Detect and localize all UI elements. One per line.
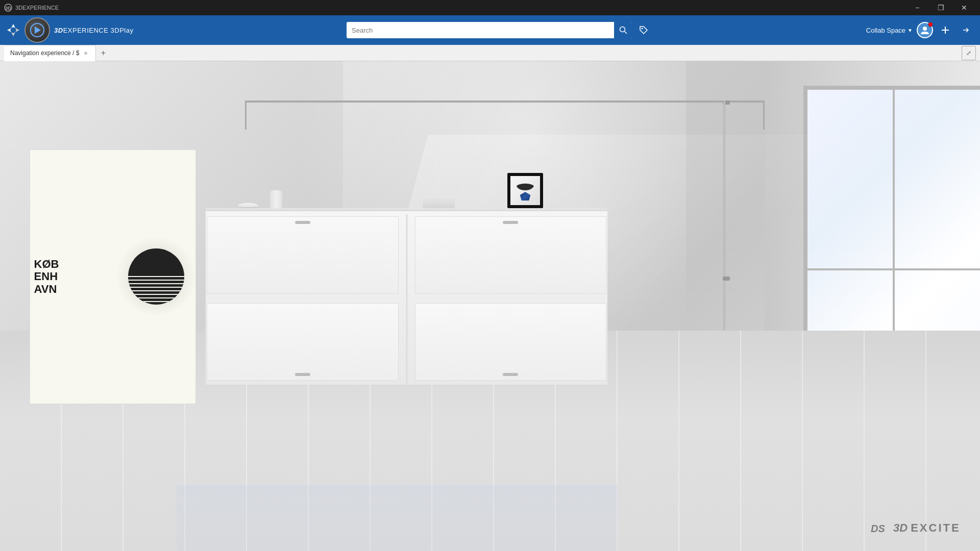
app-icon[interactable] (24, 17, 50, 43)
svg-point-5 (923, 27, 927, 31)
search-area (138, 22, 861, 38)
tab-label: Navigation experience / $ (10, 49, 79, 57)
svg-text:3D: 3D (5, 6, 11, 11)
expand-button[interactable]: ⤢ (962, 46, 976, 60)
brand-app-text: EXPERIENCE 3DPlay (63, 27, 134, 34)
copenhagen-poster: KØBENHAVN (30, 149, 196, 404)
brand-3d-text: 3DEXPERIENCE 3DPlay (54, 26, 133, 34)
drawer-handle-bottom-right (503, 373, 518, 376)
svg-line-3 (625, 32, 627, 34)
dresser-top-row (206, 214, 607, 296)
poster-text-side: KØBENHAVN (30, 150, 117, 404)
drawer-top-left (207, 216, 399, 294)
drawer-handle-top-right (503, 221, 518, 224)
search-container (347, 22, 632, 38)
drawer-bottom-right (415, 303, 607, 381)
add-button[interactable] (937, 22, 953, 38)
svg-text:DS: DS (871, 523, 885, 534)
app-brand: 3DEXPERIENCE 3DPlay (54, 26, 133, 34)
ds-icon: 3D (4, 4, 12, 12)
excite-name-label: EXCITE (911, 521, 960, 535)
logo-area: 3DEXPERIENCE 3DPlay (6, 17, 133, 43)
search-input[interactable] (347, 27, 614, 34)
titlebar: 3D 3DEXPERIENCE − ❐ ✕ (0, 0, 980, 15)
titlebar-left: 3D 3DEXPERIENCE (4, 4, 59, 12)
poster-text: KØBENHAVN (34, 258, 113, 295)
dresser-body (206, 211, 607, 385)
vase-object (270, 190, 282, 208)
tab-close-button[interactable]: ✕ (82, 49, 89, 57)
drawer-bottom-left (207, 303, 399, 381)
picture-bowl-art (516, 179, 534, 191)
viewport: KØBENHAVN (0, 61, 980, 551)
tag-button[interactable] (634, 22, 653, 38)
restore-button[interactable]: ❐ (929, 0, 952, 15)
drawer-top-right (415, 216, 607, 294)
close-button[interactable]: ✕ (952, 0, 976, 15)
excite-logo: DS 3D EXCITE (870, 520, 961, 536)
toolbar: 3DEXPERIENCE 3DPlay Collab Space ▼ (0, 15, 980, 45)
floor-shadow (177, 485, 618, 551)
dresser (206, 208, 607, 385)
room-scene: KØBENHAVN (0, 61, 980, 551)
svg-point-4 (642, 28, 643, 30)
tag-icon (639, 25, 649, 35)
user-avatar[interactable] (917, 22, 933, 38)
search-button[interactable] (614, 22, 632, 38)
avatar-notification-badge (928, 22, 933, 27)
poster-circle (128, 248, 184, 305)
play-icon (35, 27, 41, 34)
poster-circle-side (117, 150, 195, 404)
picture-frame (507, 173, 544, 208)
add-tab-button[interactable]: + (96, 46, 110, 60)
speaker-object (423, 196, 455, 208)
minimize-button[interactable]: − (905, 0, 929, 15)
share-icon (961, 26, 970, 35)
drawer-handle-bottom-left (295, 373, 310, 376)
picture-artwork (510, 176, 541, 205)
ceiling-rod-right (763, 101, 765, 130)
active-tab[interactable]: Navigation experience / $ ✕ (4, 45, 96, 61)
svg-point-2 (620, 27, 625, 32)
tabbar: Navigation experience / $ ✕ + ⤢ (0, 45, 980, 61)
drawer-handle-top-left (295, 221, 310, 224)
bowl-object (238, 203, 258, 208)
excite-3d-label: 3D (893, 521, 908, 535)
pole-mount-mid (723, 277, 730, 281)
poster-circle-lines (128, 274, 184, 305)
ceiling-rod-left (245, 101, 247, 130)
user-icon (920, 26, 929, 35)
picture-gem-art (520, 192, 531, 201)
share-button[interactable] (958, 22, 974, 38)
app-icon-inner (30, 23, 44, 37)
titlebar-app-name: 3DEXPERIENCE (15, 5, 59, 11)
add-icon (941, 26, 950, 35)
ds-excite-logo-icon: DS (870, 520, 890, 536)
dresser-bottom-row (206, 301, 607, 383)
ceiling-rail (245, 101, 765, 103)
titlebar-controls: − ❐ ✕ (905, 0, 976, 15)
collab-space-selector[interactable]: Collab Space ▼ (866, 27, 913, 34)
search-icon (619, 26, 627, 34)
collab-chevron-icon: ▼ (908, 28, 913, 33)
ds-compass-icon (6, 23, 20, 37)
collab-space-label: Collab Space (866, 27, 905, 34)
toolbar-right: Collab Space ▼ (866, 22, 974, 38)
